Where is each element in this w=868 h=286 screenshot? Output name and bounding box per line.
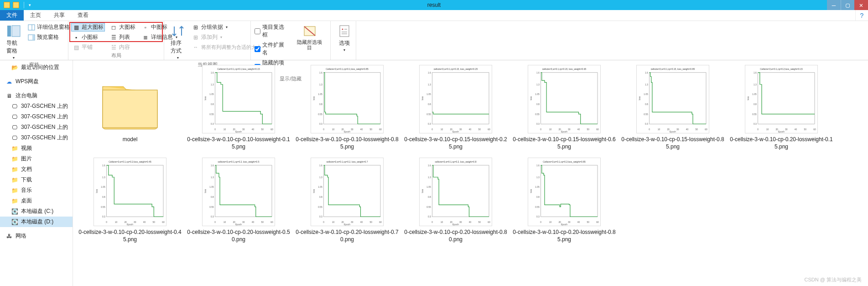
preview-pane-button[interactable]: 预览窗格 xyxy=(26,33,71,42)
file-item[interactable]: Cellsize=3,w=0.1,cp=0.2;loss_weight=0.15… xyxy=(727,65,836,150)
view-tiles[interactable]: ▤平铺 xyxy=(71,43,105,52)
hide-selected-button[interactable]: 隐藏所选项目 xyxy=(291,23,327,51)
desktop-folder-icon: 📁 xyxy=(11,197,18,205)
maximize-button[interactable]: ▢ xyxy=(841,0,854,10)
nav-gs1[interactable]: 🖵307-GSCHEN 上的 xyxy=(0,101,73,111)
file-item[interactable]: cellsize=3,w=0.1,cp=0.15, loss_weight=0.… xyxy=(619,65,727,150)
svg-text:loss: loss xyxy=(204,96,207,100)
svg-text:20: 20 xyxy=(450,221,452,223)
svg-text:Epoch: Epoch xyxy=(452,131,459,133)
nav-disk-d[interactable]: 💽本地磁盘 (D:) xyxy=(0,217,73,227)
navigation-pane[interactable]: 📂最近访问的位置 ☁WPS网盘 🖥这台电脑 🖵307-GSCHEN 上的 🖵30… xyxy=(0,60,73,286)
minimize-button[interactable]: — xyxy=(827,0,841,10)
svg-text:0.55: 0.55 xyxy=(426,113,431,116)
downloads-folder-icon: 📁 xyxy=(11,176,18,184)
svg-text:1.3: 1.3 xyxy=(428,176,431,179)
nav-videos[interactable]: 📁视频 xyxy=(0,143,73,154)
chk-extensions[interactable]: 文件扩展名 xyxy=(254,41,289,57)
svg-text:30: 30 xyxy=(568,128,571,131)
svg-text:10: 10 xyxy=(332,221,335,223)
svg-text:Cellsize=3,w=0.1,cp=0.1;loss_w: Cellsize=3,w=0.1,cp=0.1;loss_weight=0.85 xyxy=(326,68,369,70)
watermark: CSDN @ 算法与编程之美 xyxy=(805,276,862,283)
file-item[interactable]: Cellsize=3,w=0.1,cp=0.2;loss_weight=0.85… xyxy=(510,158,619,243)
nav-pictures[interactable]: 📁图片 xyxy=(0,154,73,164)
close-button[interactable]: ✕ xyxy=(854,0,868,10)
file-name: 0-cellsize-3-w-0.10-cp-0.20-lossweight-0… xyxy=(186,229,291,243)
disk-icon: 💽 xyxy=(11,218,18,226)
svg-text:0.55: 0.55 xyxy=(644,113,648,116)
view-list[interactable]: ☰列表 xyxy=(109,33,137,42)
view-small[interactable]: ▪小图标 xyxy=(71,33,105,42)
svg-text:0.55: 0.55 xyxy=(318,206,322,208)
nav-downloads[interactable]: 📁下载 xyxy=(0,175,73,185)
tab-home[interactable]: 主页 xyxy=(24,10,47,21)
svg-text:50: 50 xyxy=(587,128,590,131)
file-item[interactable]: Cellsize=3,w=0.1,cp=0.1;loss_weight=0.15… xyxy=(184,65,293,150)
svg-text:0.55: 0.55 xyxy=(101,206,105,208)
sort-icon xyxy=(171,24,185,38)
help-icon[interactable]: ? xyxy=(855,10,868,21)
svg-text:0: 0 xyxy=(214,221,216,223)
nav-wps[interactable]: ☁WPS网盘 xyxy=(0,76,73,87)
nav-disk-c[interactable]: 💽本地磁盘 (C:) xyxy=(0,206,73,217)
ribbon: 导航窗格 ▾ 详细信息窗格 预览窗格 窗格 ▦超大图标 ▪小图标 ▤平铺 xyxy=(0,21,868,60)
folder-icon xyxy=(13,2,19,8)
svg-text:Epoch: Epoch xyxy=(561,131,567,133)
svg-text:1.05: 1.05 xyxy=(535,93,540,95)
svg-text:0.3: 0.3 xyxy=(211,123,214,125)
view-content[interactable]: ☱内容 xyxy=(109,43,137,52)
nav-network[interactable]: 🖧网络 xyxy=(0,231,73,241)
svg-text:0.55: 0.55 xyxy=(209,113,214,116)
file-item[interactable]: Cellsize=3,w=0.1,cp=0.2;loss_weight=0.45… xyxy=(76,158,184,243)
svg-text:1.6: 1.6 xyxy=(319,72,322,74)
svg-text:30: 30 xyxy=(785,128,788,131)
view-large[interactable]: ◻大图标 xyxy=(109,23,137,32)
svg-text:1.05: 1.05 xyxy=(426,93,431,95)
svg-text:loss: loss xyxy=(639,96,641,100)
svg-text:0.8: 0.8 xyxy=(211,196,214,198)
nav-gs3[interactable]: 🖵307-GSCHEN 上的 xyxy=(0,122,73,132)
svg-text:1.6: 1.6 xyxy=(319,164,322,167)
tab-view[interactable]: 查看 xyxy=(71,10,95,21)
svg-text:0.3: 0.3 xyxy=(428,123,431,125)
svg-text:50: 50 xyxy=(261,128,264,131)
nav-documents[interactable]: 📁文档 xyxy=(0,164,73,175)
svg-text:0: 0 xyxy=(323,128,324,131)
nav-gs2[interactable]: 🖵307-GSCHEN 上的 xyxy=(0,111,73,122)
monitor-icon: 🖵 xyxy=(11,124,18,131)
file-item[interactable]: cellsize=3,w=0.1,cp=0.2, loss_weight=0.8… xyxy=(401,158,510,243)
svg-text:1.3: 1.3 xyxy=(536,84,540,86)
view-extra-large[interactable]: ▦超大图标 xyxy=(71,23,105,32)
svg-text:cellsize=3,w=0.1,cp=0.15, loss: cellsize=3,w=0.1,cp=0.15, loss_weight=0.… xyxy=(542,68,587,70)
folder-item[interactable]: model xyxy=(76,65,184,150)
options-button[interactable]: 选项▾ xyxy=(333,23,355,53)
qat-dropdown-icon[interactable]: ▾ xyxy=(29,3,31,7)
nav-thispc[interactable]: 🖥这台电脑 xyxy=(0,90,73,101)
medium-icon: ▫ xyxy=(142,24,149,31)
svg-text:30: 30 xyxy=(351,128,353,131)
file-item[interactable]: cellsize=3,w=0.1,cp=0.15, loss_weight=0.… xyxy=(510,65,619,150)
tab-file[interactable]: 文件 xyxy=(0,10,24,21)
svg-text:loss: loss xyxy=(313,96,315,100)
file-item[interactable]: cellsize=3,w=0.1,cp=0.2, loss_weight=0.7… xyxy=(293,158,401,243)
svg-text:loss: loss xyxy=(313,189,315,193)
nav-gs4[interactable]: 🖵307-GSCHEN 上的 xyxy=(0,132,73,143)
nav-desktop[interactable]: 📁桌面 xyxy=(0,196,73,206)
nav-pane-button[interactable]: 导航窗格 ▾ xyxy=(3,23,25,61)
file-item[interactable]: Cellsize=3,w=0.1,cp=0.1;loss_weight=0.85… xyxy=(293,65,401,150)
detail-pane-button[interactable]: 详细信息窗格 xyxy=(26,23,71,32)
chk-item-checkboxes[interactable]: 项目复选框 xyxy=(254,23,289,39)
pc-icon: 🖥 xyxy=(5,92,13,100)
file-list[interactable]: model Cellsize=3,w=0.1,cp=0.1;loss_weigh… xyxy=(73,60,868,286)
file-item[interactable]: cellsize=3,w=0.1,cp=0.2, loss_weight=0.5… xyxy=(184,158,293,243)
fit-cols-icon: ↔ xyxy=(192,43,199,51)
tab-share[interactable]: 共享 xyxy=(47,10,71,21)
small-icon: ▪ xyxy=(73,34,80,41)
svg-text:1.3: 1.3 xyxy=(211,176,214,179)
file-name: 0-cellsize-3-w-0.10-cp-0.15-lossweight-0… xyxy=(620,136,725,150)
file-item[interactable]: cellsize=3,w=0.1,cp=0.15, loss_weight=0.… xyxy=(401,65,510,150)
svg-text:30: 30 xyxy=(568,221,571,223)
sort-button[interactable]: 排序方式▾ xyxy=(167,23,189,61)
svg-text:0: 0 xyxy=(431,128,433,131)
nav-music[interactable]: 📁音乐 xyxy=(0,185,73,196)
